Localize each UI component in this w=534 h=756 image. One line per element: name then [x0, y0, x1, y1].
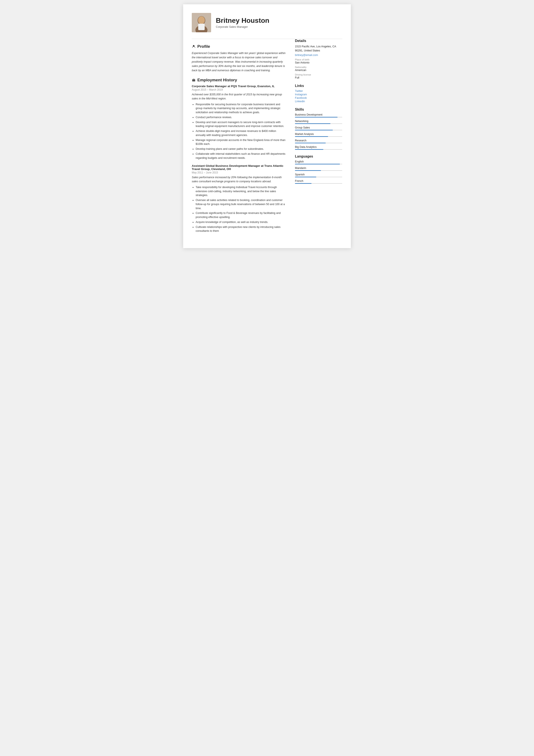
job-bullets: Take responsibility for developing Indiv… [192, 185, 286, 233]
link-item[interactable]: Facebook [295, 96, 342, 99]
skill-bar-bg [295, 123, 342, 124]
skill-bar-bg [295, 130, 342, 130]
language-bar-bg [295, 177, 342, 177]
job-title: Corporate Sales Manager at PQS Travel Gr… [192, 85, 286, 88]
skill-name: Market Analysis [295, 133, 342, 136]
skill-item: Research [295, 139, 342, 143]
language-bar-fill [295, 183, 312, 184]
language-name: English [295, 160, 342, 163]
language-item: French [295, 179, 342, 184]
profile-icon [192, 44, 196, 48]
driving-license: Full [295, 76, 342, 79]
job-dates: August 2015 – March 2019 [192, 88, 286, 91]
language-item: English [295, 160, 342, 164]
briefcase-icon [192, 78, 196, 82]
place-of-birth-label: Place of birth [295, 58, 342, 61]
skill-name: Group Sales [295, 126, 342, 129]
details-section: Details 1515 Pacific Ave, Los Angeles, C… [295, 39, 342, 79]
skill-name: Big Data Analytics [295, 146, 342, 148]
language-bar-fill [295, 177, 316, 177]
skills-section-title: Skills [295, 108, 342, 112]
candidate-title: Corporate Sales Manager [216, 25, 269, 28]
list-item: Responsible for securing business for co… [196, 102, 286, 115]
job-title: Assistant Global Business Development Ma… [192, 164, 286, 171]
list-item: Manage regional corporate accounts in th… [196, 138, 286, 146]
details-section-title: Details [295, 39, 342, 43]
nationality: American [295, 68, 342, 72]
language-bar-fill [295, 170, 321, 171]
language-item: Spanish [295, 173, 342, 177]
avatar [192, 13, 211, 32]
list-item: Develop training plans and career paths … [196, 147, 286, 151]
list-item: Acquire knowledge of competition, as wel… [196, 220, 286, 224]
skill-item: Market Analysis [295, 133, 342, 137]
profile-section-title: Profile [197, 44, 210, 49]
header-info: Britney Houston Corporate Sales Manager [216, 17, 269, 28]
skill-item: Group Sales [295, 126, 342, 130]
list-item: Cultivate relationships with prospective… [196, 225, 286, 233]
language-name: Spanish [295, 173, 342, 176]
resume-header: Britney Houston Corporate Sales Manager [192, 13, 342, 32]
job-bullets: Responsible for securing business for co… [192, 102, 286, 160]
language-bar-bg [295, 183, 342, 184]
job-item: Corporate Sales Manager at PQS Travel Gr… [192, 85, 286, 160]
skill-bar-fill [295, 117, 338, 118]
list-item: Conduct performance reviews. [196, 115, 286, 120]
profile-section-header: Profile [192, 44, 286, 49]
language-bar-bg [295, 170, 342, 171]
job-summary: Sales performance increased by 20% follo… [192, 176, 286, 183]
skill-bar-fill [295, 149, 323, 150]
list-item: Contribute significantly to Food & Bever… [196, 211, 286, 219]
jobs-container: Corporate Sales Manager at PQS Travel Gr… [192, 85, 286, 233]
languages-section-title: Languages [295, 154, 342, 158]
languages-container: EnglishMandarinSpanishFrench [295, 160, 342, 184]
place-of-birth: San Antonio [295, 61, 342, 64]
driving-license-label: Driving license [295, 73, 342, 76]
svg-point-3 [198, 16, 205, 24]
left-column: Profile Experienced Corporate Sales Mana… [192, 39, 286, 237]
link-item[interactable]: Instagram [295, 93, 342, 96]
link-item[interactable]: Twitter [295, 90, 342, 93]
skill-bar-fill [295, 136, 328, 137]
skill-name: Networking [295, 120, 342, 123]
main-layout: Profile Experienced Corporate Sales Mana… [192, 39, 342, 237]
employment-section-header: Employment History [192, 78, 286, 82]
list-item: Take responsibility for developing Indiv… [196, 185, 286, 197]
list-item: Achieve double-digit margins and increas… [196, 129, 286, 137]
skill-bar-fill [295, 123, 330, 124]
language-name: Mandarin [295, 167, 342, 170]
job-item: Assistant Global Business Development Ma… [192, 164, 286, 233]
language-name: French [295, 179, 342, 182]
list-item: Oversee all sales activities related to … [196, 198, 286, 210]
links-section-title: Links [295, 84, 342, 88]
candidate-name: Britney Houston [216, 17, 269, 24]
employment-section-title: Employment History [197, 78, 237, 82]
profile-text: Experienced Corporate Sales Manager with… [192, 51, 286, 72]
skill-item: Networking [295, 120, 342, 124]
language-bar-fill [295, 164, 340, 164]
skill-item: Business Development [295, 113, 342, 118]
nationality-label: Nationality [295, 66, 342, 68]
skill-bar-fill [295, 143, 326, 143]
skill-bar-fill [295, 130, 333, 130]
resume-container: Britney Houston Corporate Sales Manager … [183, 4, 351, 248]
skill-name: Research [295, 139, 342, 142]
job-dates: May 2011 – June 2015 [192, 171, 286, 174]
job-summary: Achieved over $335,000 in the first quar… [192, 93, 286, 101]
skills-container: Business DevelopmentNetworkingGroup Sale… [295, 113, 342, 150]
skill-item: Big Data Analytics [295, 146, 342, 150]
skill-bar-bg [295, 149, 342, 150]
email[interactable]: britney@email.com [295, 54, 342, 57]
list-item: Collaborate with internal stakeholders s… [196, 152, 286, 160]
link-item[interactable]: Linkedin [295, 100, 342, 103]
language-item: Mandarin [295, 167, 342, 171]
skill-bar-bg [295, 117, 342, 118]
skill-bar-bg [295, 143, 342, 143]
languages-section: Languages EnglishMandarinSpanishFrench [295, 154, 342, 184]
links-container: TwitterInstagramFacebookLinkedin [295, 90, 342, 103]
address: 1515 Pacific Ave, Los Angeles, CA 90291,… [295, 44, 342, 53]
skill-bar-bg [295, 136, 342, 137]
svg-rect-4 [198, 24, 205, 30]
right-column: Details 1515 Pacific Ave, Los Angeles, C… [295, 39, 342, 237]
links-section: Links TwitterInstagramFacebookLinkedin [295, 84, 342, 103]
